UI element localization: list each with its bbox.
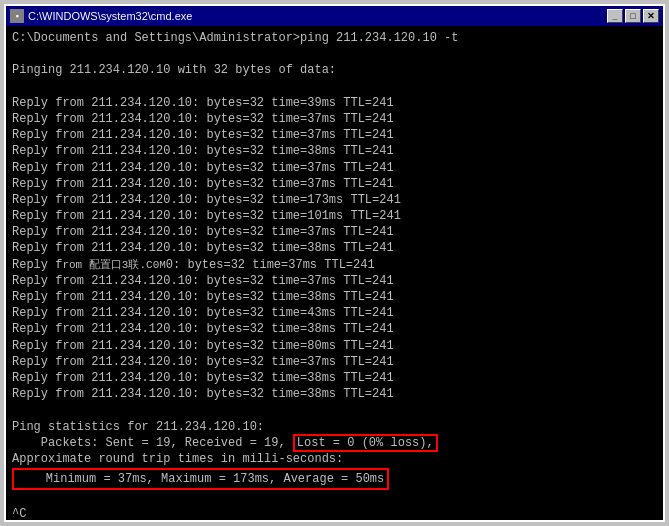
terminal-body[interactable]: C:\Documents and Settings\Administrator>…	[6, 26, 663, 520]
reply-10: Reply from 211.234.120.10: bytes=32 time…	[12, 240, 657, 256]
reply-12: Reply from 211.234.120.10: bytes=32 time…	[12, 273, 657, 289]
title-bar-left: ▪ C:\WINDOWS\system32\cmd.exe	[10, 9, 192, 23]
reply-2: Reply from 211.234.120.10: bytes=32 time…	[12, 111, 657, 127]
window-title: C:\WINDOWS\system32\cmd.exe	[28, 10, 192, 22]
stats-header: Ping statistics for 211.234.120.10:	[12, 419, 657, 435]
packets-before: Packets: Sent = 19, Received = 19,	[12, 436, 293, 450]
reply-9: Reply from 211.234.120.10: bytes=32 time…	[12, 224, 657, 240]
packets-line: Packets: Sent = 19, Received = 19, Lost …	[12, 435, 657, 451]
blank-3	[12, 402, 657, 418]
minmax-highlight: Minimum = 37ms, Maximum = 173ms, Average…	[12, 468, 389, 490]
reply-16: Reply from 211.234.120.10: bytes=32 time…	[12, 338, 657, 354]
lost-highlight: Lost = 0 (0% loss),	[293, 434, 438, 452]
prompt-line-1: C:\Documents and Settings\Administrator>…	[12, 30, 657, 46]
watermark-text: rom 配置口3联.C0M	[62, 259, 165, 271]
maximize-button[interactable]: □	[625, 9, 641, 23]
title-bar: ▪ C:\WINDOWS\system32\cmd.exe _ □ ✕	[6, 6, 663, 26]
blank-4	[12, 490, 657, 506]
reply-7: Reply from 211.234.120.10: bytes=32 time…	[12, 192, 657, 208]
reply-5: Reply from 211.234.120.10: bytes=32 time…	[12, 160, 657, 176]
blank-2	[12, 79, 657, 95]
reply-3: Reply from 211.234.120.10: bytes=32 time…	[12, 127, 657, 143]
blank-1	[12, 46, 657, 62]
cmd-window: ▪ C:\WINDOWS\system32\cmd.exe _ □ ✕ C:\D…	[4, 4, 665, 522]
reply-6: Reply from 211.234.120.10: bytes=32 time…	[12, 176, 657, 192]
reply-19: Reply from 211.234.120.10: bytes=32 time…	[12, 386, 657, 402]
reply-18: Reply from 211.234.120.10: bytes=32 time…	[12, 370, 657, 386]
title-buttons: _ □ ✕	[607, 9, 659, 23]
minmax-line: Minimum = 37ms, Maximum = 173ms, Average…	[12, 467, 657, 490]
minimize-button[interactable]: _	[607, 9, 623, 23]
reply-13: Reply from 211.234.120.10: bytes=32 time…	[12, 289, 657, 305]
control-c-line: ^C	[12, 506, 657, 520]
reply-4: Reply from 211.234.120.10: bytes=32 time…	[12, 143, 657, 159]
reply-17: Reply from 211.234.120.10: bytes=32 time…	[12, 354, 657, 370]
reply-11-watermark: Reply from 配置口3联.C0M0: bytes=32 time=37m…	[12, 257, 657, 273]
close-button[interactable]: ✕	[643, 9, 659, 23]
reply-8: Reply from 211.234.120.10: bytes=32 time…	[12, 208, 657, 224]
reply-14: Reply from 211.234.120.10: bytes=32 time…	[12, 305, 657, 321]
reply-1: Reply from 211.234.120.10: bytes=32 time…	[12, 95, 657, 111]
reply-15: Reply from 211.234.120.10: bytes=32 time…	[12, 321, 657, 337]
window-icon: ▪	[10, 9, 24, 23]
pinging-line: Pinging 211.234.120.10 with 32 bytes of …	[12, 62, 657, 78]
approx-line: Approximate round trip times in milli-se…	[12, 451, 657, 467]
